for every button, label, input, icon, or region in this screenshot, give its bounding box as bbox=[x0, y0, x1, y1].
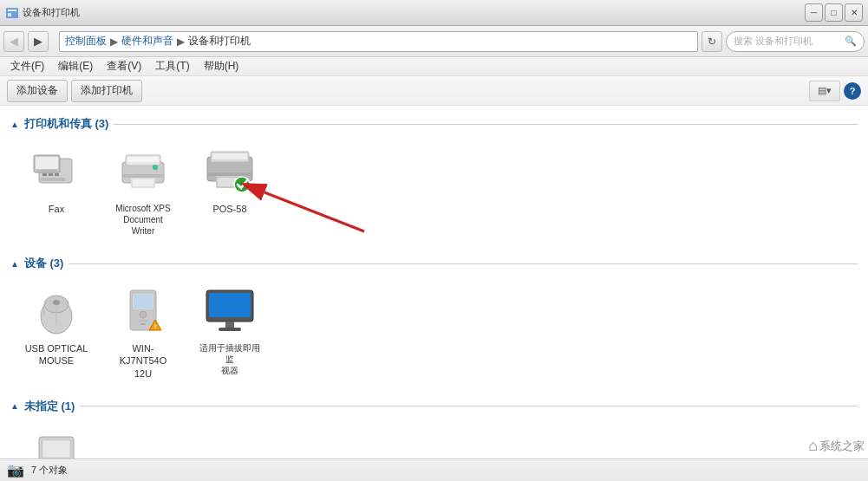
minimize-button[interactable]: ─ bbox=[805, 3, 823, 22]
view-button[interactable]: ▤▾ bbox=[809, 81, 840, 101]
menu-help[interactable]: 帮助(H) bbox=[197, 57, 246, 75]
content-area: ▲ 打印机和传真 (3) bbox=[0, 106, 868, 458]
titlebar: 设备和打印机 ─ □ ✕ bbox=[0, 0, 868, 26]
printers-divider bbox=[114, 124, 858, 125]
xps-icon-wrap bbox=[115, 144, 171, 199]
svg-text:!: ! bbox=[154, 322, 157, 330]
svg-point-18 bbox=[153, 166, 157, 169]
svg-rect-7 bbox=[41, 178, 65, 181]
fax-label: Fax bbox=[49, 203, 64, 215]
device-fax[interactable]: Fax bbox=[17, 139, 95, 242]
svg-rect-44 bbox=[42, 440, 70, 458]
titlebar-controls[interactable]: ─ □ ✕ bbox=[805, 3, 863, 22]
breadcrumb-item-1[interactable]: 硬件和声音 bbox=[121, 34, 173, 49]
back-button[interactable]: ◀ bbox=[3, 31, 24, 52]
watermark: ⌂ 系统之家 bbox=[808, 437, 865, 455]
menubar: 文件(F) 编辑(E) 查看(V) 工具(T) 帮助(H) bbox=[0, 57, 868, 76]
refresh-button[interactable]: ↻ bbox=[702, 31, 722, 52]
menu-file[interactable]: 文件(F) bbox=[3, 57, 51, 75]
back-icon: ◀ bbox=[10, 35, 18, 48]
svg-rect-22 bbox=[207, 172, 252, 176]
mouse-label: USB OPTICALMOUSE bbox=[25, 342, 88, 367]
titlebar-left: 设备和打印机 bbox=[5, 6, 80, 20]
menu-tools[interactable]: 工具(T) bbox=[148, 57, 196, 75]
xps-label: Microsoft XPSDocumentWriter bbox=[115, 203, 170, 237]
device-computer[interactable]: ! WIN-KJ7NT54O12U bbox=[104, 278, 182, 385]
add-device-button[interactable]: 添加设备 bbox=[7, 80, 68, 102]
unspecified-divider bbox=[80, 406, 858, 406]
toolbar-right: ▤▾ ? bbox=[809, 81, 861, 101]
monitor-icon bbox=[203, 287, 257, 335]
search-bar[interactable]: 搜索 设备和打印机 🔍 bbox=[726, 31, 865, 52]
close-button[interactable]: ✕ bbox=[845, 3, 863, 22]
refresh-icon: ↻ bbox=[708, 36, 716, 48]
monitor-label: 适用于插拔即用监视器 bbox=[196, 342, 264, 376]
mouse-icon-wrap bbox=[29, 283, 84, 339]
svg-rect-42 bbox=[219, 328, 241, 331]
forward-button[interactable]: ▶ bbox=[28, 31, 49, 52]
help-button[interactable]: ? bbox=[844, 82, 861, 100]
pos58-icon-wrap bbox=[202, 144, 258, 199]
titlebar-title: 设备和打印机 bbox=[23, 6, 80, 19]
titlebar-icon bbox=[5, 6, 19, 20]
search-icon: 🔍 bbox=[845, 36, 857, 47]
fax-icon bbox=[32, 150, 81, 193]
main-content: ▲ 打印机和传真 (3) bbox=[0, 106, 868, 458]
watermark-text: 系统之家 bbox=[819, 439, 865, 454]
device-xps[interactable]: Microsoft XPSDocumentWriter bbox=[104, 139, 182, 242]
svg-rect-2 bbox=[8, 13, 11, 16]
computer-label: WIN-KJ7NT54O12U bbox=[109, 342, 177, 380]
monitor-icon-wrap bbox=[202, 283, 258, 339]
device-usb[interactable]: USB% bbox=[17, 421, 95, 458]
svg-rect-14 bbox=[122, 174, 164, 178]
pos58-icon bbox=[202, 146, 258, 197]
svg-rect-13 bbox=[127, 157, 159, 162]
svg-rect-6 bbox=[36, 170, 57, 172]
svg-rect-32 bbox=[134, 295, 153, 309]
breadcrumb-sep-1: ▶ bbox=[177, 36, 185, 48]
unspecified-section-title[interactable]: 未指定 (1) bbox=[24, 399, 75, 414]
devices-section-title[interactable]: 设备 (3) bbox=[24, 256, 64, 271]
search-placeholder: 搜索 设备和打印机 bbox=[734, 35, 813, 48]
toolbar: 添加设备 添加打印机 ▤▾ ? bbox=[0, 76, 868, 106]
devices-grid: USB OPTICALMOUSE bbox=[10, 278, 858, 385]
device-monitor[interactable]: 适用于插拔即用监视器 bbox=[191, 278, 269, 385]
devices-collapse-icon[interactable]: ▲ bbox=[10, 259, 19, 269]
svg-rect-35 bbox=[140, 323, 146, 325]
svg-point-33 bbox=[140, 311, 147, 318]
status-camera-icon: 📷 bbox=[7, 462, 24, 478]
add-printer-button[interactable]: 添加打印机 bbox=[71, 80, 142, 102]
devices-section-header: ▲ 设备 (3) bbox=[10, 256, 858, 271]
breadcrumb-item-0[interactable]: 控制面板 bbox=[65, 34, 107, 49]
unspecified-collapse-icon[interactable]: ▲ bbox=[10, 401, 19, 411]
computer-icon: ! bbox=[118, 287, 168, 335]
svg-rect-5 bbox=[36, 157, 58, 169]
device-mouse[interactable]: USB OPTICALMOUSE bbox=[17, 278, 95, 385]
navbar: ◀ ▶ 控制面板 ▶ 硬件和声音 ▶ 设备和打印机 ↻ 搜索 设备和打印机 🔍 bbox=[0, 26, 868, 57]
menu-view[interactable]: 查看(V) bbox=[100, 57, 148, 75]
svg-rect-9 bbox=[49, 173, 53, 176]
svg-rect-1 bbox=[8, 10, 16, 11]
unspecified-section-header: ▲ 未指定 (1) bbox=[10, 399, 858, 414]
mouse-icon bbox=[34, 287, 79, 335]
menu-edit[interactable]: 编辑(E) bbox=[51, 57, 100, 75]
view-icon: ▤▾ bbox=[818, 85, 832, 96]
svg-point-25 bbox=[234, 177, 250, 192]
status-count: 7 个对象 bbox=[31, 464, 68, 477]
svg-point-29 bbox=[53, 300, 60, 305]
pos58-label: POS-58 bbox=[212, 203, 246, 215]
printers-collapse-icon[interactable]: ▲ bbox=[10, 120, 19, 129]
printers-section-header: ▲ 打印机和传真 (3) bbox=[10, 116, 858, 132]
maximize-button[interactable]: □ bbox=[825, 3, 843, 22]
breadcrumb-sep-0: ▶ bbox=[110, 36, 118, 48]
forward-icon: ▶ bbox=[34, 35, 42, 48]
svg-rect-34 bbox=[139, 320, 147, 322]
breadcrumb: 控制面板 ▶ 硬件和声音 ▶ 设备和打印机 bbox=[59, 31, 698, 52]
printers-section-title[interactable]: 打印机和传真 (3) bbox=[24, 116, 109, 132]
device-pos58[interactable]: POS-58 bbox=[191, 139, 269, 242]
unspecified-grid: USB% bbox=[10, 421, 858, 458]
svg-rect-21 bbox=[212, 153, 247, 159]
statusbar: 📷 7 个对象 bbox=[0, 458, 868, 481]
xps-icon bbox=[117, 148, 169, 195]
usb-icon-wrap bbox=[29, 426, 84, 458]
